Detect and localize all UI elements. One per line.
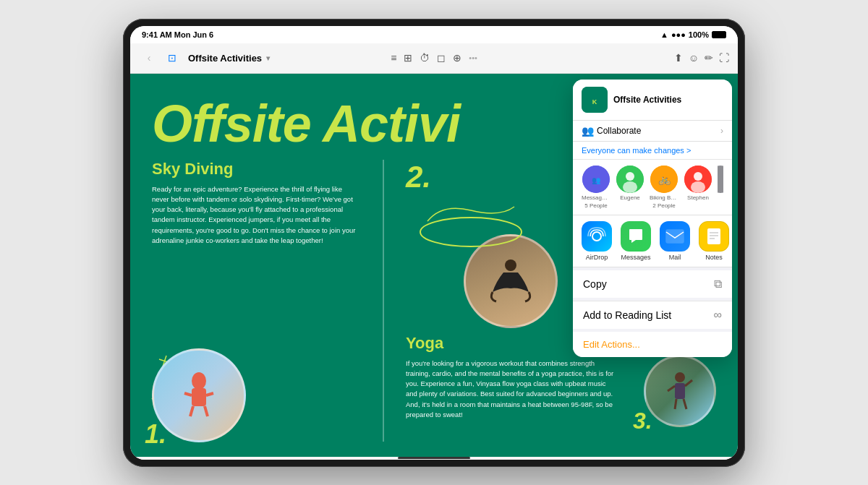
avatar-circle-stephen [684,166,712,193]
copy-label: Copy [583,278,607,290]
mail-label: Mail [669,254,681,261]
yoga-body: If you're looking for a vigorous workout… [406,359,615,421]
status-bar-right: ▲ ●●● 100% [660,30,726,39]
svg-rect-1 [192,388,206,406]
messages-svg [627,228,644,245]
svg-line-10 [685,380,692,386]
share-apps-row: AirDrop Messages [573,215,732,267]
doc-icon-button[interactable]: ⊡ [162,48,182,68]
toolbar-right-icons: ⬆ ☺ ✏ ⛶ [674,52,729,64]
messages-icon [621,221,651,252]
mail-app-item[interactable]: Mail [660,221,690,261]
hiker-circle [644,355,716,427]
share-avatars-row: 👥 Messages Team 5 People [573,160,732,215]
keynote-slide: Offsite Activi Sky Diving Ready for an e… [130,74,738,457]
mail-icon [660,221,690,252]
copy-action-row[interactable]: Copy ⧉ [573,270,732,298]
timer-icon[interactable]: ⏱ [420,52,430,64]
skydiving-body: Ready for an epic adventure? Experience … [152,184,361,246]
number-1: 1. [145,419,166,450]
svg-point-6 [420,218,522,246]
svg-point-0 [192,372,206,390]
skydiver-figure [166,363,231,428]
avatar-circle-extra [718,166,723,193]
svg-line-13 [684,399,686,409]
svg-rect-9 [675,383,685,399]
stephen-avatar [684,166,712,193]
ipad-device: 9:41 AM Mon Jun 6 ▲ ●●● 100% ‹ ⊡ Offsite… [123,19,745,467]
toolbar-center-icons: ≡ ⊞ ⏱ ◻ ⊕ ••• [391,52,477,64]
airdrop-label: AirDrop [586,254,608,261]
toolbar: ‹ ⊡ Offsite Activities ▾ ≡ ⊞ ⏱ ◻ ⊕ ••• ⬆… [130,43,738,74]
share-popup-header: K Offsite Activities [573,80,732,121]
svg-point-7 [505,259,516,271]
notes-app-item[interactable]: Notes [699,221,729,261]
number-3: 3. [633,408,652,434]
list-view-icon[interactable]: ≡ [391,52,396,64]
avatar-messages-team[interactable]: 👥 Messages Team 5 People [582,166,610,209]
battery-label: 100% [689,30,709,39]
svg-text:K: K [592,98,597,106]
yoga-figure [482,252,540,310]
airdrop-app-item[interactable]: AirDrop [582,221,612,261]
edit-actions-row[interactable]: Edit Actions... [573,332,732,357]
reading-list-action-row[interactable]: Add to Reading List ∞ [573,301,732,329]
reading-list-label: Add to Reading List [583,309,671,321]
avatar-extra[interactable] [718,166,723,209]
svg-point-8 [675,372,685,382]
dropdown-chevron: ▾ [266,54,270,62]
ipad-screen: 9:41 AM Mon Jun 6 ▲ ●●● 100% ‹ ⊡ Offsite… [130,26,738,460]
share-popup: K Offsite Activities 👥 Collaborate › Eve… [573,80,732,357]
svg-text:🚲: 🚲 [658,173,671,186]
svg-line-2 [184,393,192,395]
copy-icon: ⧉ [714,278,722,291]
notes-svg [705,227,723,246]
doc-title: Offsite Activities ▾ [188,53,270,64]
svg-point-26 [592,232,601,241]
avatar-label-messages: Messages Team [582,194,610,201]
battery-icon [712,31,726,38]
status-time: 9:41 AM Mon Jun 6 [142,30,213,39]
bottom-bar [130,457,738,460]
avatar-label-stephen: Stephen [687,194,709,201]
svg-point-25 [691,181,705,193]
svg-line-12 [675,399,676,409]
svg-line-11 [668,386,675,391]
svg-rect-28 [707,228,720,244]
pencil-icon[interactable]: ✏ [705,52,713,64]
media-icon[interactable]: ⊕ [453,52,461,64]
share-collaborate-row[interactable]: 👥 Collaborate › [573,121,732,142]
main-content: Offsite Activi Sky Diving Ready for an e… [130,74,738,457]
avatar-eugene[interactable]: Eugene [616,166,644,209]
wifi-icon: ▲ [660,30,668,39]
toolbar-nav: ‹ ⊡ Offsite Activities ▾ [139,48,270,68]
share-icon[interactable]: ⬆ [674,52,683,64]
notes-label: Notes [705,254,723,261]
messages-label: Messages [621,254,650,261]
status-bar: 9:41 AM Mon Jun 6 ▲ ●●● 100% [130,26,738,43]
messages-team-avatar: 👥 [582,166,610,193]
avatar-circle-eugene [616,166,644,193]
status-bar-left: 9:41 AM Mon Jun 6 [142,30,213,39]
back-button[interactable]: ‹ [139,48,159,68]
share-everyone-row[interactable]: Everyone can make changes > [573,142,732,160]
column-divider [383,160,384,442]
avatar-sublabel-biking: 2 People [652,202,676,209]
messages-app-item[interactable]: Messages [621,221,651,261]
fullscreen-icon[interactable]: ⛶ [719,52,729,64]
skydiving-title: Sky Diving [152,160,361,179]
eugene-avatar [616,166,644,193]
svg-line-3 [206,393,213,395]
avatar-label-biking: Biking Buds [650,194,678,201]
format-icon[interactable]: ◻ [437,52,446,64]
avatar-label-eugene: Eugene [620,194,640,201]
grid-view-icon[interactable]: ⊞ [404,52,412,64]
avatar-stephen[interactable]: Stephen [684,166,712,209]
airdrop-icon [582,221,612,252]
avatar-circle-biking: 🚲 [650,166,678,193]
emoji-icon[interactable]: ☺ [689,52,699,64]
svg-point-20 [623,181,637,193]
avatar-biking-buds[interactable]: 🚲 Biking Buds 2 People [650,166,678,209]
toolbar-dots: ••• [469,53,477,62]
svg-rect-27 [666,230,684,243]
